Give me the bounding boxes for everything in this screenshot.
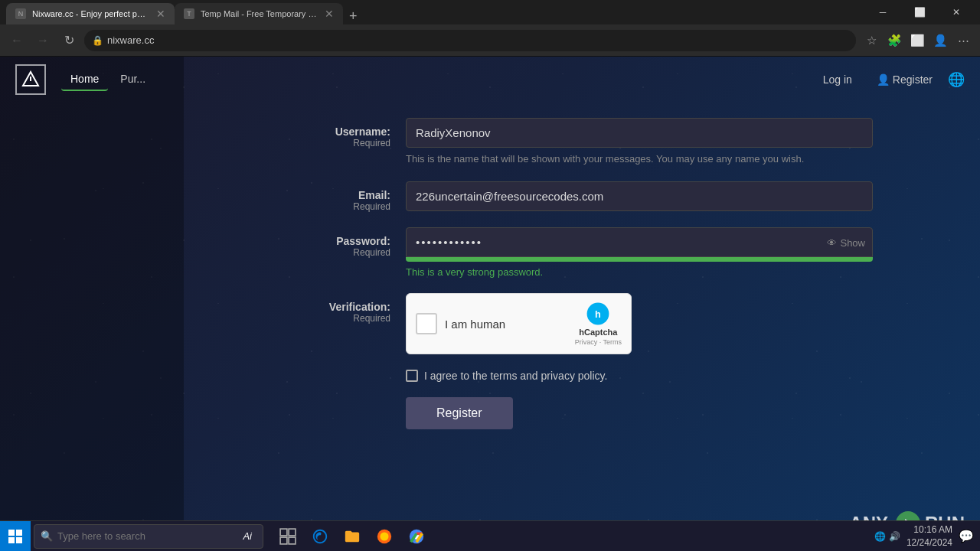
chrome-svg — [408, 528, 425, 545]
username-input[interactable] — [406, 118, 873, 148]
nav-right: Log in 👤 Register 🌐 — [814, 69, 965, 90]
svg-rect-11 — [280, 537, 287, 544]
address-input[interactable] — [84, 30, 856, 51]
register-button-row: Register — [291, 397, 873, 429]
nav-purchases[interactable]: Pur... — [111, 68, 155, 91]
profile-icon[interactable]: 👤 — [929, 30, 951, 51]
windows-logo — [8, 529, 23, 544]
login-link[interactable]: Log in — [814, 69, 861, 90]
email-field — [406, 181, 873, 211]
verification-row: Verification: Required I am human — [291, 293, 873, 354]
verification-label-group: Verification: Required — [291, 293, 406, 324]
date-display: 12/24/2024 — [906, 536, 952, 549]
firefox-icon[interactable] — [369, 521, 400, 552]
background-building — [0, 57, 184, 551]
taskbar-search-box[interactable]: 🔍 Ai — [34, 524, 263, 549]
bookmarks-icon[interactable]: ☆ — [861, 30, 882, 51]
taskbar-clock[interactable]: 10:16 AM 12/24/2024 — [906, 523, 952, 549]
logo-svg — [21, 70, 40, 89]
captcha-checkbox[interactable] — [416, 313, 437, 334]
refresh-button[interactable]: ↻ — [58, 30, 80, 51]
captcha-box[interactable]: I am human h hCaptcha Privacy · Terms — [406, 293, 632, 354]
lock-icon: 🔒 — [92, 35, 103, 46]
search-icon: 🔍 — [41, 530, 53, 542]
show-label: Show — [840, 236, 865, 248]
taskbar-search-input[interactable] — [57, 530, 234, 542]
back-button[interactable]: ← — [6, 30, 28, 51]
svg-rect-8 — [16, 537, 22, 543]
svg-rect-12 — [289, 537, 296, 544]
system-tray: 🌐 🔊 — [874, 531, 900, 542]
password-row: Password: Required 👁 Show This is a very… — [291, 227, 873, 278]
maximize-button[interactable]: ⬜ — [902, 0, 937, 24]
tab-bar: N Nixware.cc - Enjoy perfect perfo... ✕ … — [6, 0, 364, 24]
email-input[interactable] — [406, 181, 873, 211]
firefox-svg — [376, 528, 393, 545]
forward-button[interactable]: → — [32, 30, 54, 51]
file-explorer-icon[interactable] — [337, 521, 368, 552]
globe-icon[interactable]: 🌐 — [948, 71, 965, 88]
network-icon: 🌐 — [874, 531, 886, 542]
taskbar-ai-label[interactable]: Ai — [238, 530, 256, 542]
taskbar: 🔍 Ai — [0, 520, 980, 551]
notification-icon[interactable]: 💬 — [959, 529, 974, 543]
close-button[interactable]: ✕ — [939, 0, 974, 24]
terms-checkbox[interactable] — [406, 370, 418, 382]
email-row: Email: Required — [291, 181, 873, 212]
register-label: Register — [893, 73, 933, 86]
tab-nixware[interactable]: N Nixware.cc - Enjoy perfect perfo... ✕ — [6, 3, 175, 24]
task-view-svg — [279, 528, 296, 545]
username-label: Username: — [291, 126, 390, 138]
register-icon: 👤 — [877, 73, 890, 86]
password-strength-text: This is a very strong password. — [406, 266, 873, 278]
svg-rect-7 — [8, 537, 15, 543]
captcha-links[interactable]: Privacy · Terms — [575, 338, 622, 346]
svg-point-14 — [381, 532, 389, 540]
task-view-icon[interactable] — [273, 521, 303, 552]
email-required: Required — [291, 201, 390, 212]
captcha-brand: hCaptcha — [579, 328, 617, 337]
svg-rect-5 — [8, 530, 15, 536]
site-logo[interactable] — [15, 64, 46, 95]
username-label-group: Username: Required — [291, 118, 406, 148]
username-required: Required — [291, 138, 390, 148]
close-tab-tempmail[interactable]: ✕ — [325, 8, 334, 20]
password-field: 👁 Show This is a very strong password. — [406, 227, 873, 278]
extensions-icon[interactable]: 🧩 — [884, 30, 905, 51]
taskbar-app-icons — [273, 521, 432, 552]
nav-home[interactable]: Home — [61, 68, 108, 91]
edge-icon[interactable] — [305, 521, 335, 552]
chrome-icon[interactable] — [401, 521, 432, 552]
username-row: Username: Required This is the name that… — [291, 118, 873, 166]
hcaptcha-svg: h — [586, 302, 610, 326]
edge-svg — [312, 528, 328, 545]
taskbar-right: 🌐 🔊 10:16 AM 12/24/2024 💬 — [874, 523, 980, 549]
folder-svg — [344, 528, 361, 545]
password-strength-bar — [406, 257, 873, 262]
close-tab-nixware[interactable]: ✕ — [156, 8, 165, 20]
start-button[interactable] — [0, 521, 31, 552]
minimize-button[interactable]: ─ — [865, 0, 900, 24]
new-tab-button[interactable]: + — [343, 8, 364, 24]
tab-tempmail[interactable]: T Temp Mail - Free Temporary Disp... ✕ — [175, 3, 343, 24]
password-wrapper: 👁 Show — [406, 227, 873, 257]
split-view-icon[interactable]: ⬜ — [906, 30, 928, 51]
svg-rect-10 — [289, 529, 296, 536]
svg-rect-9 — [280, 529, 287, 536]
verification-field: I am human h hCaptcha Privacy · Terms — [406, 293, 873, 354]
password-input[interactable] — [406, 227, 873, 257]
password-label-group: Password: Required — [291, 227, 406, 258]
site-navbar: Home Pur... Log in 👤 Register 🌐 — [0, 57, 980, 103]
register-link[interactable]: 👤 Register — [867, 69, 942, 90]
show-password-button[interactable]: 👁 Show — [827, 236, 865, 248]
menu-icon[interactable]: ⋯ — [952, 30, 974, 51]
captcha-label: I am human — [445, 318, 505, 331]
captcha-left: I am human — [416, 313, 505, 334]
username-hint: This is the name that will be shown with… — [406, 152, 873, 166]
email-label: Email: — [291, 189, 390, 201]
email-label-group: Email: Required — [291, 181, 406, 212]
window-controls: ─ ⬜ ✕ — [865, 0, 974, 24]
address-wrapper: 🔒 — [84, 30, 856, 51]
time-display: 10:16 AM — [906, 523, 952, 536]
register-button[interactable]: Register — [406, 397, 513, 429]
